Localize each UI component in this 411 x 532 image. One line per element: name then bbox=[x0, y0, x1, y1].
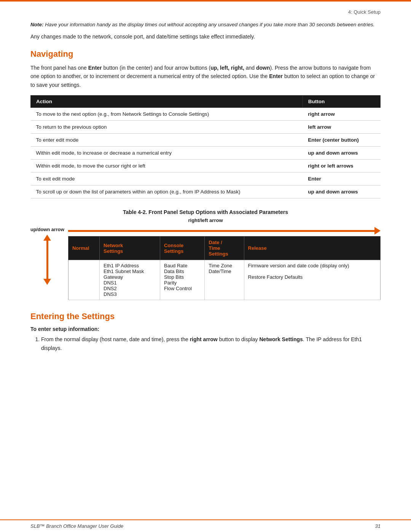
table-row: To enter edit mode Enter (center button) bbox=[31, 134, 381, 147]
action-cell: Within edit mode, to move the cursor rig… bbox=[31, 160, 303, 173]
arrow-head-right-icon bbox=[374, 227, 381, 235]
horizontal-arrow-container bbox=[68, 227, 381, 235]
table-row: To move to the next option (e.g., from N… bbox=[31, 108, 381, 121]
table-caption: Table 4-2. Front Panel Setup Options wit… bbox=[30, 209, 381, 215]
setup-options-table: Normal NetworkSettings ConsoleSettings D… bbox=[68, 236, 381, 300]
entering-heading: Entering the Settings bbox=[30, 312, 381, 321]
arrow-head-down-icon bbox=[43, 279, 51, 285]
table-row: Within edit mode, to increase or decreas… bbox=[31, 147, 381, 160]
col-normal-header: Normal bbox=[68, 236, 99, 260]
chapter-header: 4: Quick Setup bbox=[30, 9, 381, 15]
action-cell: To return to the previous option bbox=[31, 121, 303, 134]
action-cell: Within edit mode, to increase or decreas… bbox=[31, 147, 303, 160]
diagram-right: Normal NetworkSettings ConsoleSettings D… bbox=[68, 227, 381, 300]
action-cell: To enter edit mode bbox=[31, 134, 303, 147]
navigating-heading: Navigating bbox=[30, 49, 381, 59]
button-cell: left arrow bbox=[303, 121, 380, 134]
vertical-arrow bbox=[43, 235, 51, 285]
navigation-table: Action Button To move to the next option… bbox=[30, 95, 381, 198]
navigating-paragraph: The front panel has one Enter button (in… bbox=[30, 64, 381, 89]
note-label: Note: bbox=[30, 22, 44, 27]
arrow-shaft-vertical bbox=[46, 241, 48, 279]
col-network-header: NetworkSettings bbox=[100, 236, 160, 260]
table-row: To return to the previous option left ar… bbox=[31, 121, 381, 134]
button-cell: right arrow bbox=[303, 108, 380, 121]
button-cell: right or left arrows bbox=[303, 160, 380, 173]
col-header-button: Button bbox=[303, 96, 380, 108]
note-text: Have your information handy as the displ… bbox=[44, 22, 375, 27]
footer-left: SLB™ Branch Office Manager User Guide bbox=[30, 523, 123, 529]
page-content: 4: Quick Setup Note: Have your informati… bbox=[0, 2, 411, 377]
to-enter-label: To enter setup information: bbox=[30, 326, 381, 332]
arrow-direction-label: right/left arrow bbox=[30, 217, 381, 223]
col-datetime-header: Date /TimeSettings bbox=[205, 236, 244, 260]
normal-cell bbox=[68, 260, 99, 300]
step-1: From the normal display (host name, date… bbox=[41, 335, 381, 352]
datetime-cell: Time Zone Date/Time bbox=[205, 260, 244, 300]
button-cell: up and down arrows bbox=[303, 147, 380, 160]
steps-list: From the normal display (host name, date… bbox=[41, 335, 381, 352]
button-cell: up and down arrows bbox=[303, 185, 380, 198]
note-block: Note: Have your information handy as the… bbox=[30, 22, 381, 27]
col-release-header: Release bbox=[244, 236, 380, 260]
console-cell: Baud Rate Data Bits Stop Bits Parity Flo… bbox=[160, 260, 204, 300]
col-console-header: ConsoleSettings bbox=[160, 236, 204, 260]
table-row: Within edit mode, to move the cursor rig… bbox=[31, 160, 381, 173]
horizontal-arrow-shaft bbox=[68, 230, 374, 232]
setup-table-row: Eth1 IP Address Eth1 Subnet Mask Gateway… bbox=[68, 260, 380, 300]
footer-right: 31 bbox=[375, 523, 381, 529]
button-cell: Enter (center button) bbox=[303, 134, 380, 147]
arrow-head-up-icon bbox=[43, 235, 51, 241]
release-cell: Firmware version and date code (display … bbox=[244, 260, 380, 300]
table-row: To scroll up or down the list of paramet… bbox=[31, 185, 381, 198]
col-header-action: Action bbox=[31, 96, 303, 108]
action-cell: To exit edit mode bbox=[31, 173, 303, 185]
page-footer: SLB™ Branch Office Manager User Guide 31 bbox=[0, 519, 411, 532]
action-cell: To move to the next option (e.g., from N… bbox=[31, 108, 303, 121]
button-cell: Enter bbox=[303, 173, 380, 185]
updown-label: up/down arrow bbox=[30, 227, 64, 232]
intro-text: Any changes made to the network, console… bbox=[30, 33, 381, 41]
network-cell: Eth1 IP Address Eth1 Subnet Mask Gateway… bbox=[100, 260, 160, 300]
table-row: To exit edit mode Enter bbox=[31, 173, 381, 185]
vertical-arrow-area: up/down arrow bbox=[30, 227, 68, 285]
action-cell: To scroll up or down the list of paramet… bbox=[31, 185, 303, 198]
diagram-container: up/down arrow Normal NetworkSettings bbox=[30, 227, 381, 300]
